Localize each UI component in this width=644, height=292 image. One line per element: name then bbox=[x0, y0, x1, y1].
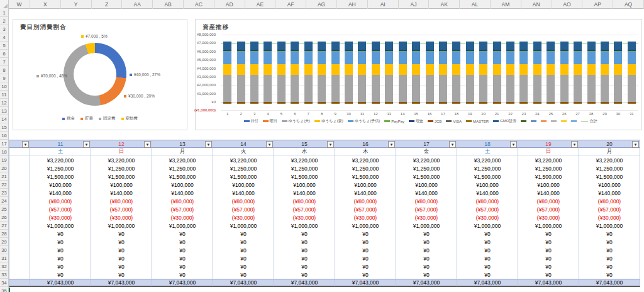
column-header-X[interactable]: X bbox=[30, 0, 61, 9]
column-header-AN[interactable]: AN bbox=[521, 0, 552, 9]
value-cell[interactable]: (¥57,000) bbox=[396, 205, 457, 213]
row-header-16[interactable]: 16 bbox=[0, 132, 8, 140]
row-header-8[interactable]: 8 bbox=[0, 66, 8, 74]
date-header-cell[interactable]: 15▼ bbox=[274, 140, 335, 148]
row-header-18[interactable]: 18 bbox=[0, 148, 8, 156]
value-cell[interactable]: ¥0 bbox=[213, 254, 274, 262]
value-cell[interactable]: ¥0 bbox=[152, 238, 213, 246]
empty-cell[interactable] bbox=[9, 181, 30, 189]
value-cell[interactable]: ¥0 bbox=[152, 230, 213, 238]
value-cell[interactable]: ¥1,500,000 bbox=[274, 172, 335, 181]
value-cell[interactable]: ¥100,000 bbox=[274, 181, 335, 189]
value-cell[interactable]: ¥1,000,000 bbox=[91, 222, 152, 230]
value-cell[interactable]: (¥30,000) bbox=[579, 213, 640, 222]
value-cell[interactable]: ¥1,000,000 bbox=[30, 222, 91, 230]
value-cell[interactable]: ¥0 bbox=[30, 246, 91, 254]
value-cell[interactable]: (¥57,000) bbox=[213, 205, 274, 213]
value-cell[interactable]: ¥0 bbox=[518, 230, 579, 238]
value-cell[interactable]: ¥1,000,000 bbox=[335, 222, 396, 230]
row-header-19[interactable]: 19 bbox=[0, 156, 8, 164]
total-cell[interactable]: ¥7,043,000 bbox=[152, 279, 213, 287]
row-header-17[interactable]: 17 bbox=[0, 140, 8, 148]
value-cell[interactable]: ¥0 bbox=[457, 246, 518, 254]
value-cell[interactable]: ¥0 bbox=[91, 262, 152, 271]
empty-cell[interactable] bbox=[9, 246, 30, 254]
column-header-AE[interactable]: AE bbox=[245, 0, 276, 9]
row-header-5[interactable]: 5 bbox=[0, 42, 8, 50]
filter-button[interactable]: ▼ bbox=[266, 141, 273, 148]
value-cell[interactable]: (¥80,000) bbox=[274, 197, 335, 205]
value-cell[interactable]: ¥100,000 bbox=[152, 181, 213, 189]
day-cell[interactable]: 月 bbox=[152, 148, 213, 156]
value-cell[interactable]: (¥57,000) bbox=[152, 205, 213, 213]
value-cell[interactable]: ¥0 bbox=[274, 271, 335, 279]
value-cell[interactable]: ¥100,000 bbox=[335, 181, 396, 189]
value-cell[interactable]: ¥100,000 bbox=[213, 181, 274, 189]
row-header-10[interactable]: 10 bbox=[0, 82, 8, 91]
row-header-7[interactable]: 7 bbox=[0, 58, 8, 66]
value-cell[interactable]: (¥80,000) bbox=[579, 197, 640, 205]
column-header-AO[interactable]: AO bbox=[552, 0, 583, 9]
row-header-12[interactable]: 12 bbox=[0, 99, 8, 107]
empty-cell[interactable] bbox=[9, 222, 30, 230]
value-cell[interactable]: ¥100,000 bbox=[579, 181, 640, 189]
value-cell[interactable]: (¥80,000) bbox=[213, 197, 274, 205]
value-cell[interactable]: (¥80,000) bbox=[518, 197, 579, 205]
value-cell[interactable]: ¥0 bbox=[91, 238, 152, 246]
value-cell[interactable]: ¥1,250,000 bbox=[518, 164, 579, 172]
value-cell[interactable]: ¥140,000 bbox=[152, 189, 213, 197]
value-cell[interactable]: ¥1,250,000 bbox=[396, 164, 457, 172]
column-header-AC[interactable]: AC bbox=[184, 0, 214, 9]
value-cell[interactable]: ¥140,000 bbox=[335, 189, 396, 197]
value-cell[interactable]: ¥0 bbox=[274, 230, 335, 238]
value-cell[interactable]: ¥140,000 bbox=[274, 189, 335, 197]
empty-cell[interactable] bbox=[9, 197, 30, 205]
value-cell[interactable]: ¥3,220,000 bbox=[396, 156, 457, 164]
value-cell[interactable]: (¥30,000) bbox=[457, 213, 518, 222]
value-cell[interactable]: (¥57,000) bbox=[274, 205, 335, 213]
row-header-30[interactable]: 30 bbox=[0, 246, 8, 254]
value-cell[interactable]: ¥0 bbox=[152, 271, 213, 279]
value-cell[interactable]: ¥0 bbox=[274, 246, 335, 254]
day-cell[interactable]: 日 bbox=[518, 148, 579, 156]
value-cell[interactable]: ¥1,000,000 bbox=[274, 222, 335, 230]
value-cell[interactable]: ¥1,000,000 bbox=[152, 222, 213, 230]
column-header-AB[interactable]: AB bbox=[153, 0, 184, 9]
row-header-26[interactable]: 26 bbox=[0, 213, 8, 222]
value-cell[interactable]: ¥140,000 bbox=[518, 189, 579, 197]
row-header-25[interactable]: 25 bbox=[0, 205, 8, 213]
empty-cell[interactable] bbox=[9, 279, 30, 287]
day-cell[interactable]: 月 bbox=[579, 148, 640, 156]
row-header-3[interactable]: 3 bbox=[0, 25, 8, 33]
value-cell[interactable]: ¥0 bbox=[213, 246, 274, 254]
value-cell[interactable]: ¥0 bbox=[457, 238, 518, 246]
value-cell[interactable]: ¥1,250,000 bbox=[335, 164, 396, 172]
value-cell[interactable]: ¥1,500,000 bbox=[579, 172, 640, 181]
value-cell[interactable]: ¥0 bbox=[213, 230, 274, 238]
value-cell[interactable]: ¥0 bbox=[518, 262, 579, 271]
value-cell[interactable]: ¥3,220,000 bbox=[518, 156, 579, 164]
value-cell[interactable]: ¥1,500,000 bbox=[335, 172, 396, 181]
column-header-Y[interactable]: Y bbox=[61, 0, 92, 9]
value-cell[interactable]: ¥0 bbox=[335, 254, 396, 262]
value-cell[interactable]: ¥1,500,000 bbox=[457, 172, 518, 181]
value-cell[interactable]: ¥0 bbox=[152, 262, 213, 271]
row-header-11[interactable]: 11 bbox=[0, 91, 8, 99]
value-cell[interactable]: ¥1,000,000 bbox=[579, 222, 640, 230]
value-cell[interactable]: ¥0 bbox=[518, 254, 579, 262]
date-header-cell[interactable]: 14▼ bbox=[213, 140, 274, 148]
value-cell[interactable]: ¥0 bbox=[152, 246, 213, 254]
value-cell[interactable]: ¥100,000 bbox=[518, 181, 579, 189]
value-cell[interactable]: ¥0 bbox=[579, 230, 640, 238]
total-cell[interactable]: ¥7,043,000 bbox=[30, 279, 91, 287]
value-cell[interactable]: ¥140,000 bbox=[457, 189, 518, 197]
row-header-20[interactable]: 20 bbox=[0, 164, 8, 172]
column-header-AJ[interactable]: AJ bbox=[399, 0, 430, 9]
row-header-31[interactable]: 31 bbox=[0, 254, 8, 262]
value-cell[interactable]: ¥140,000 bbox=[213, 189, 274, 197]
column-header-W[interactable]: W bbox=[9, 0, 30, 9]
row-header-1[interactable]: 1 bbox=[0, 9, 8, 17]
value-cell[interactable]: ¥1,250,000 bbox=[91, 164, 152, 172]
value-cell[interactable]: ¥0 bbox=[30, 254, 91, 262]
value-cell[interactable]: ¥0 bbox=[335, 262, 396, 271]
